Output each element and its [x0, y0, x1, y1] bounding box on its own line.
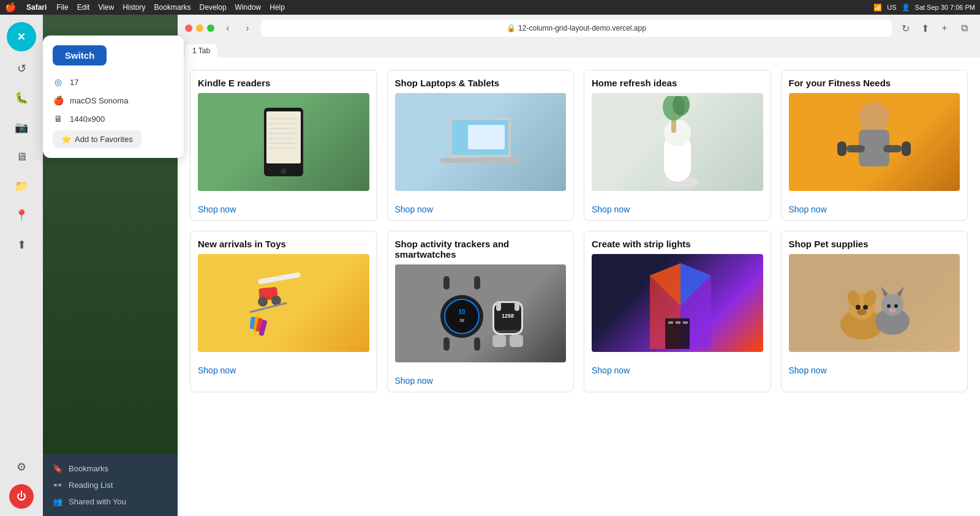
bookmarks-item[interactable]: 🔖 Bookmarks — [53, 460, 168, 477]
svg-point-64 — [856, 305, 861, 310]
shop-now-home[interactable]: Shop now — [584, 198, 771, 220]
screen-button[interactable]: 🖥 — [9, 144, 34, 169]
menu-bookmarks[interactable]: Bookmarks — [154, 3, 191, 12]
product-card-inner-lights: Create with strip lights — [584, 231, 771, 359]
safari-window: ‹ › 🔒 12-column-grid-layout-demo.vercel.… — [178, 15, 980, 516]
menu-window[interactable]: Window — [235, 3, 262, 12]
svg-text:10: 10 — [459, 308, 466, 315]
power-button[interactable]: ⏻ — [9, 484, 34, 509]
menu-help[interactable]: Help — [270, 3, 285, 12]
camera-button[interactable]: 📷 — [9, 115, 34, 140]
minimize-traffic-light[interactable] — [196, 24, 203, 32]
back-button[interactable]: ‹ — [219, 20, 236, 37]
popup-resolution-label: 1440x900 — [70, 114, 105, 124]
new-tab-button[interactable]: + — [936, 20, 953, 37]
svg-rect-1 — [266, 111, 301, 163]
svg-rect-58 — [676, 321, 680, 324]
shop-now-laptop[interactable]: Shop now — [388, 198, 574, 220]
product-card-laptop: Shop Laptops & Tablets Shop now — [387, 70, 575, 221]
monitor-icon: 🖥 — [53, 113, 64, 124]
product-card-inner-home: Home refresh ideas — [584, 70, 771, 198]
safari-navigation: ‹ › — [219, 20, 256, 37]
product-card-fitness: For your Fitness Needs — [781, 70, 968, 221]
shared-with-you-item[interactable]: 👥 Shared with You — [53, 493, 168, 510]
reading-list-item[interactable]: 👓 Reading List — [53, 477, 168, 493]
svg-rect-40 — [443, 337, 450, 351]
bug-button[interactable]: 🐛 — [9, 86, 34, 110]
product-title-lights: Create with strip lights — [592, 239, 763, 249]
product-title-pets: Shop Pet supplies — [789, 239, 960, 249]
product-card-inner: Kindle E readers — [190, 70, 377, 198]
reading-list-icon: 👓 — [53, 480, 62, 490]
forward-button[interactable]: › — [239, 20, 256, 37]
upload-button[interactable]: ⬆ — [9, 233, 34, 257]
reload-button[interactable]: ↻ — [897, 20, 914, 37]
menu-view[interactable]: View — [98, 3, 114, 12]
close-icon: × — [18, 30, 26, 43]
svg-rect-41 — [474, 337, 480, 351]
add-to-favorites-button[interactable]: ⭐ Add to Favorites — [53, 130, 141, 148]
menu-file[interactable]: File — [56, 3, 68, 12]
product-card-inner-pets: Shop Pet supplies — [782, 231, 968, 359]
close-button[interactable]: × — [7, 22, 36, 51]
product-grid-row2: New arrivals in Toys — [190, 231, 968, 392]
popup-item-number: ◎ 17 — [53, 73, 174, 91]
shop-now-trackers[interactable]: Shop now — [388, 370, 574, 392]
location-icon: 📍 — [15, 209, 28, 222]
svg-rect-49 — [514, 301, 519, 311]
gear-icon: ⚙ — [17, 460, 26, 474]
svg-rect-42 — [443, 276, 450, 290]
menu-history[interactable]: History — [123, 3, 145, 12]
maximize-traffic-light[interactable] — [207, 24, 214, 32]
svg-rect-12 — [440, 158, 520, 163]
lock-icon: 🔒 — [507, 24, 516, 32]
folder-button[interactable]: 📁 — [9, 174, 34, 198]
tab-item[interactable]: 1 Tab — [185, 44, 217, 58]
shop-now-fitness[interactable]: Shop now — [782, 198, 968, 220]
apple-menu[interactable]: 🍎 — [5, 2, 17, 13]
shop-now-toys[interactable]: Shop now — [190, 359, 377, 381]
svg-point-65 — [863, 305, 868, 310]
close-traffic-light[interactable] — [185, 24, 192, 32]
share-button[interactable]: ⬆ — [916, 20, 933, 37]
location-button[interactable]: 📍 — [9, 203, 34, 228]
settings-button[interactable]: ⚙ — [9, 455, 34, 479]
product-image-pets — [789, 254, 960, 352]
safari-tab-bar: 1 Tab — [185, 42, 973, 58]
product-card-home: Home refresh ideas Sh — [584, 70, 771, 221]
shop-now-kindle[interactable]: Shop now — [190, 198, 377, 220]
product-card-inner-laptop: Shop Laptops & Tablets — [388, 70, 574, 198]
main-area: × ↺ 🐛 📷 🖥 📁 📍 ⬆ ⚙ ⏻ Switch — [0, 15, 980, 516]
menu-edit[interactable]: Edit — [77, 3, 90, 12]
menu-develop[interactable]: Develop — [200, 3, 227, 12]
star-icon: ⭐ — [61, 135, 71, 144]
svg-line-30 — [250, 303, 287, 312]
popup-item-os: 🍎 macOS Sonoma — [53, 91, 174, 110]
apple-icon: 🍎 — [53, 95, 64, 106]
svg-rect-25 — [902, 141, 911, 156]
shop-now-lights[interactable]: Shop now — [584, 359, 771, 381]
product-title-laptop: Shop Laptops & Tablets — [395, 78, 567, 88]
product-title-toys: New arrivals in Toys — [198, 239, 369, 249]
refresh-button[interactable]: ↺ — [9, 56, 34, 81]
svg-rect-47 — [496, 331, 519, 332]
svg-rect-43 — [474, 276, 480, 290]
product-card-toys: New arrivals in Toys — [190, 231, 377, 392]
folder-icon: 📁 — [15, 179, 28, 193]
popup-item-resolution: 🖥 1440x900 — [53, 110, 174, 128]
app-name[interactable]: Safari — [26, 3, 47, 12]
svg-rect-48 — [496, 301, 501, 311]
wifi-icon: 📶 — [873, 4, 882, 12]
product-card-inner-fitness: For your Fitness Needs — [782, 70, 968, 198]
shop-now-pets[interactable]: Shop now — [782, 359, 968, 381]
svg-point-20 — [859, 102, 889, 133]
address-bar[interactable]: 🔒 12-column-grid-layout-demo.vercel.app — [261, 20, 892, 37]
popup-os-label: macOS Sonoma — [70, 96, 128, 105]
svg-rect-24 — [837, 141, 846, 156]
product-image-trackers: 10 38 1258 — [395, 264, 567, 362]
svg-rect-23 — [883, 145, 902, 152]
product-title-trackers: Shop activity trackers and smartwatches — [395, 239, 567, 260]
tab-switcher-button[interactable]: ⧉ — [956, 20, 973, 37]
product-image-fitness — [789, 93, 960, 191]
switch-button[interactable]: Switch — [53, 45, 107, 65]
